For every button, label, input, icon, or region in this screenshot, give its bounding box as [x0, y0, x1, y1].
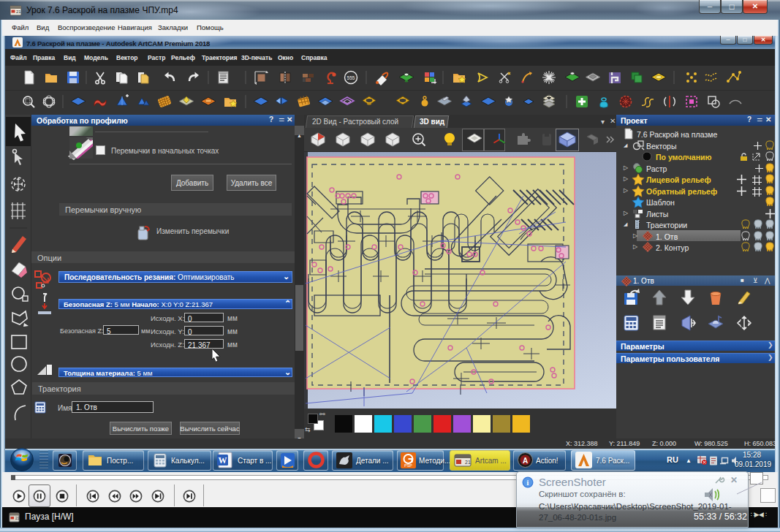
svg-text:i: i	[527, 479, 529, 487]
svg-text:21: 21	[16, 10, 21, 14]
svg-text:555: 555	[347, 75, 355, 80]
svg-text:A: A	[523, 457, 528, 465]
svg-text:PSP: PSP	[404, 463, 412, 468]
svg-text:W: W	[219, 455, 227, 466]
svg-text:21: 21	[465, 460, 471, 465]
svg-text:21: 21	[15, 516, 20, 520]
